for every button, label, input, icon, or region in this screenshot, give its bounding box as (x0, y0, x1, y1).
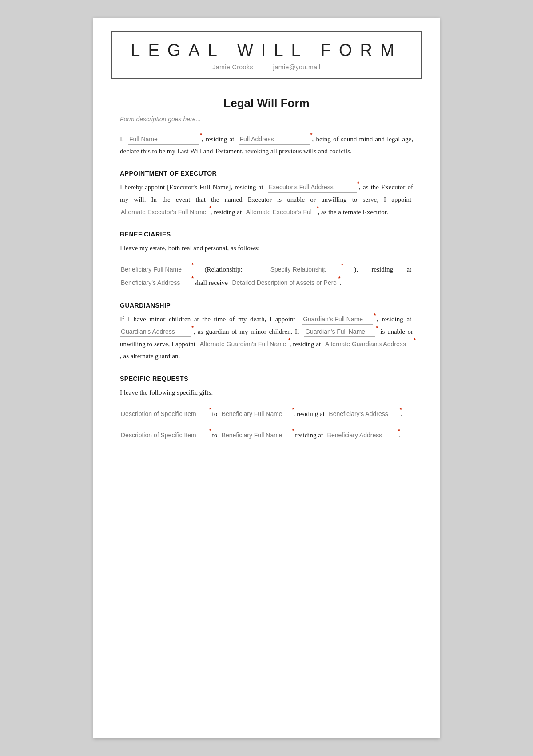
bene1-name-input[interactable] (221, 410, 292, 420)
full-address-field-wrap: * (239, 133, 310, 145)
executor-heading: APPOINTMENT OF EXECUTOR (120, 170, 413, 177)
alt-guardian-address-input[interactable] (324, 340, 413, 350)
full-address-input[interactable] (239, 135, 310, 145)
bene-address-required: * (191, 273, 194, 284)
guardian-text2: , residing at (377, 316, 411, 323)
specific-request-row-1: * to * , residing at * . (120, 407, 413, 420)
beneficiary-row: * (Relationship: * ), residing at * shal… (120, 263, 413, 289)
item1-wrap: * (120, 407, 209, 420)
shall-receive: shall receive (195, 279, 228, 286)
bene2-name-required: * (292, 426, 294, 436)
alt-executor-address-input[interactable] (245, 208, 316, 218)
guardianship-heading: GUARDIANSHIP (120, 302, 413, 309)
guardian-address-wrap: * (120, 326, 191, 338)
alt-executor-name-wrap: * (120, 206, 209, 219)
guardian-name2-wrap: * (304, 326, 375, 338)
specific-requests-intro: I leave the following specific gifts: (120, 387, 413, 399)
guardian-text3: , as guardian of my minor children. If (194, 328, 299, 335)
item1-input[interactable] (120, 410, 209, 420)
bene2-name-input[interactable] (221, 431, 292, 441)
executor-address-required: * (357, 179, 359, 188)
header-title: LEGAL WILL FORM (125, 41, 408, 60)
item2-input[interactable] (120, 431, 209, 441)
bene2-name-wrap: * (221, 428, 292, 442)
item2-required: * (209, 426, 211, 436)
user-email: jamie@you.mail (273, 64, 321, 71)
relationship-wrap: * (270, 263, 341, 276)
alt-executor-name-input[interactable] (120, 208, 209, 218)
row2-residing: residing at (295, 432, 323, 439)
assets-input[interactable] (231, 279, 338, 288)
bene-address-wrap: * (120, 276, 191, 289)
guardianship-para: If I have minor children at the time of … (120, 313, 413, 363)
intro-paragraph: I, * , residing at * , being of sound mi… (120, 133, 413, 157)
guardian-name2-required: * (376, 323, 378, 333)
full-name-field-wrap: * (128, 133, 199, 145)
executor-para: I hereby appoint [Executor's Full Name],… (120, 181, 413, 218)
content: Legal Will Form Form description goes he… (93, 79, 440, 463)
item2-wrap: * (120, 428, 209, 442)
specific-requests-section: SPECIFIC REQUESTS I leave the following … (120, 375, 413, 442)
row1-residing: , residing at (293, 410, 324, 417)
bene2-address-input[interactable] (326, 431, 398, 441)
bene1-address-wrap: * (328, 407, 399, 420)
relationship-label: (Relationship: (205, 266, 243, 273)
relationship-required: * (341, 260, 343, 271)
guardian-address-required: * (191, 323, 194, 333)
executor-address-wrap: * (268, 181, 357, 194)
alt-executor-name-required: * (209, 204, 211, 213)
bene2-address-wrap: * (326, 428, 398, 442)
assets-wrap: * (231, 276, 338, 289)
guardian-text5: , residing at (290, 340, 321, 348)
form-description: Form description goes here... (120, 116, 413, 123)
full-address-required: * (310, 131, 313, 140)
bene-residing: ), residing at (354, 266, 411, 273)
page: LEGAL WILL FORM Jamie Crooks | jamie@you… (93, 18, 440, 738)
row1-to: to (212, 410, 218, 417)
relationship-input[interactable] (270, 265, 341, 275)
beneficiaries-intro: I leave my estate, both real and persona… (120, 242, 413, 255)
header-box: LEGAL WILL FORM Jamie Crooks | jamie@you… (111, 31, 422, 79)
specific-requests-heading: SPECIFIC REQUESTS (120, 375, 413, 382)
bene1-name-required: * (292, 404, 294, 415)
user-name: Jamie Crooks (212, 64, 253, 71)
guardian-name-required: * (374, 311, 376, 320)
guardianship-section: GUARDIANSHIP If I have minor children at… (120, 302, 413, 363)
assets-required: * (338, 273, 341, 284)
executor-address-input[interactable] (268, 183, 357, 193)
bene-address-input[interactable] (120, 279, 191, 288)
alt-guardian-name-required: * (288, 336, 290, 345)
header-subtitle: Jamie Crooks | jamie@you.mail (125, 64, 408, 71)
form-title: Legal Will Form (120, 96, 413, 110)
bene-name-wrap: * (120, 263, 191, 276)
specific-request-row-2: * to * residing at * . (120, 428, 413, 442)
beneficiaries-section: BENEFICIARIES I leave my estate, both re… (120, 231, 413, 289)
guardian-address-input[interactable] (120, 328, 191, 337)
guardian-name-wrap: * (302, 313, 373, 326)
alt-executor-address-wrap: * (245, 206, 316, 219)
intro-residing: , residing at (202, 136, 234, 143)
alt-guardian-name-wrap: * (199, 338, 288, 351)
executor-text1: I hereby appoint [Executor's Full Name],… (120, 184, 263, 191)
executor-text4: , as the alternate Executor. (318, 208, 388, 216)
row2-to: to (212, 432, 218, 439)
alt-guardian-name-input[interactable] (199, 340, 288, 350)
bene2-address-required: * (398, 426, 400, 436)
bene1-address-required: * (400, 404, 402, 415)
guardian-name-input[interactable] (302, 315, 373, 325)
alt-guardian-address-wrap: * (324, 338, 413, 351)
executor-section: APPOINTMENT OF EXECUTOR I hereby appoint… (120, 170, 413, 218)
bene1-name-wrap: * (221, 407, 292, 420)
bene1-address-input[interactable] (328, 410, 399, 420)
full-name-required: * (200, 131, 202, 140)
bene-name-input[interactable] (120, 265, 191, 275)
bene-name-required: * (191, 260, 194, 271)
alt-guardian-address-required: * (414, 336, 416, 345)
guardian-text1: If I have minor children at the time of … (120, 316, 295, 323)
guardian-name2-input[interactable] (304, 328, 375, 337)
separator: | (262, 64, 264, 71)
beneficiaries-heading: BENEFICIARIES (120, 231, 413, 238)
item1-required: * (209, 404, 211, 415)
full-name-input[interactable] (128, 135, 199, 145)
intro-prefix: I, (120, 136, 124, 143)
